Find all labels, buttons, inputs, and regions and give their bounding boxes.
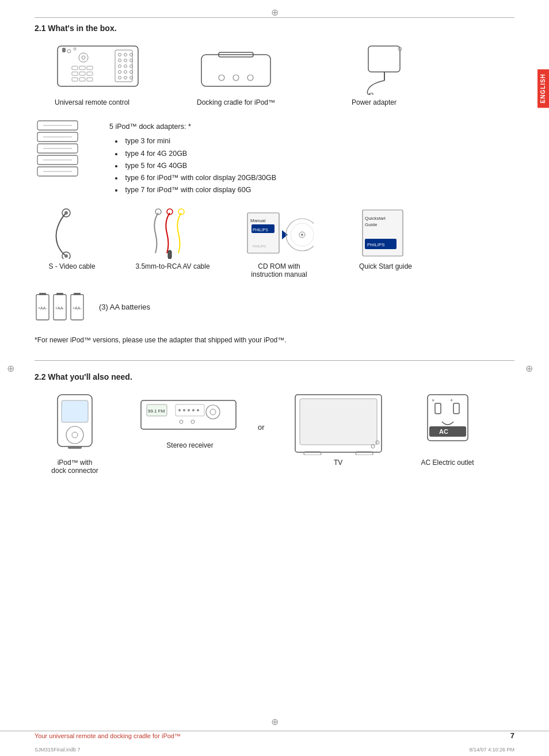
cdrom-icon: Manual PHILIPS PHILIPS <box>245 207 314 259</box>
adapter-item-4: type 7 for iPod™ with color display 60G <box>115 184 276 196</box>
svg-rect-27 <box>87 78 93 81</box>
svg-point-3 <box>124 54 127 56</box>
adapter-item-1: type 4 for 4G 20GB <box>115 148 276 160</box>
svg-point-93 <box>178 409 181 411</box>
reg-mark-left: ⊕ <box>7 363 14 374</box>
svg-point-5 <box>119 59 121 62</box>
electric-outlet-item: AC + + AC Electric outlet <box>407 392 488 467</box>
svg-point-18 <box>82 56 85 59</box>
svg-point-12 <box>124 71 127 74</box>
footer-tagline: Your universal remote and docking cradle… <box>35 732 181 739</box>
svg-rect-26 <box>79 78 85 81</box>
svg-rect-36 <box>368 46 400 72</box>
svg-point-95 <box>188 409 190 411</box>
svg-rect-21 <box>87 66 93 70</box>
svg-rect-107 <box>435 403 441 414</box>
batteries-label: (3) AA batteries <box>99 303 150 311</box>
reg-mark-right: ⊕ <box>525 363 533 374</box>
section-21-title: 2.1 What's in the box. <box>35 17 514 33</box>
svg-text:PHILIPS: PHILIPS <box>367 242 385 247</box>
svg-point-11 <box>119 71 121 74</box>
svg-rect-80 <box>74 293 81 295</box>
accessories-row: S - Video cable 3.5mm-to-RCA AV cable <box>35 207 514 278</box>
need-items-row: iPod™ with dock connector 99.1 FM <box>35 392 514 475</box>
batteries-row: +AA- +AA- +AA- (3) AA batteries <box>35 290 514 324</box>
ipod-item: iPod™ with dock connector <box>35 392 115 475</box>
svg-point-67 <box>301 234 303 236</box>
adapter-stack-icon <box>35 118 86 189</box>
svg-rect-77 <box>56 293 63 295</box>
svideo-label: S - Video cable <box>48 262 95 270</box>
section-21: 2.1 What's in the box. <box>35 17 514 344</box>
electric-outlet-icon: AC + + <box>419 392 476 455</box>
print-info-right: 8/14/07 4:10:26 PM <box>469 747 514 753</box>
footnote-21: *For newer iPod™ versions, please use th… <box>35 336 514 344</box>
svg-point-104 <box>371 445 375 448</box>
svg-rect-23 <box>79 72 85 75</box>
svg-point-34 <box>233 75 239 81</box>
section-22-title: 2.2 What you'll also need. <box>35 372 514 381</box>
docking-cradle-item: Docking cradle for iPod™ <box>178 43 293 106</box>
svg-point-6 <box>124 59 127 62</box>
quickstart-label: Quick Start guide <box>359 262 412 270</box>
main-items-row: Universal remote control Docking cradle … <box>35 43 514 106</box>
docking-cradle-icon <box>190 43 282 95</box>
remote-control-item: Universal remote control <box>35 43 150 106</box>
tv-icon <box>289 392 387 455</box>
rca-cable-icon <box>141 207 204 259</box>
dock-adapters-row: 5 iPod™ dock adapters: * type 3 for mini… <box>35 118 514 197</box>
reg-mark-top: ⊕ <box>271 7 279 18</box>
remote-control-label: Universal remote control <box>55 98 129 106</box>
power-adapter-item: Power adapter <box>322 43 426 106</box>
print-info-left: SJM315Final.indb 7 <box>35 747 81 753</box>
svg-point-17 <box>79 53 88 62</box>
svideo-cable-icon <box>46 207 98 259</box>
stereo-item: 99.1 FM Stereo receiver <box>132 392 247 449</box>
svg-text:+AA-: +AA- <box>73 306 82 310</box>
cdrom-label: CD ROM with instruction manual <box>251 262 307 278</box>
svg-rect-25 <box>72 78 78 81</box>
svg-point-35 <box>247 75 253 81</box>
svg-text:PHILIPS: PHILIPS <box>253 245 266 248</box>
tv-item: TV <box>281 392 396 467</box>
svg-text:Quickstart: Quickstart <box>365 216 386 221</box>
language-tab: ENGLISH <box>537 69 549 108</box>
adapter-item-0: type 3 for mini <box>115 135 276 147</box>
svg-point-98 <box>180 420 183 423</box>
reg-mark-bottom: ⊕ <box>271 716 279 727</box>
svg-rect-19 <box>72 66 78 70</box>
page: ⊕ ⊕ ⊕ ⊕ ENGLISH 2.1 What's in the box. <box>0 0 549 756</box>
adapter-item-2: type 5 for 4G 40GB <box>115 160 276 172</box>
docking-cradle-label: Docking cradle for iPod™ <box>197 98 275 106</box>
svg-rect-30 <box>62 48 66 52</box>
svg-point-9 <box>124 65 127 68</box>
power-adapter-label: Power adapter <box>352 98 396 106</box>
svg-rect-101 <box>300 399 377 445</box>
svg-point-14 <box>119 77 121 79</box>
svg-point-90 <box>206 405 220 419</box>
electric-outlet-label: AC Electric outlet <box>421 459 474 467</box>
svg-rect-0 <box>58 46 138 86</box>
svg-point-84 <box>66 426 83 444</box>
remote-control-icon <box>40 43 144 95</box>
svg-text:+AA-: +AA- <box>55 306 64 310</box>
svg-rect-24 <box>87 72 93 75</box>
svg-rect-20 <box>79 66 85 70</box>
cdrom-item: Manual PHILIPS PHILIPS CD ROM with instr… <box>233 207 325 278</box>
adapter-list: 5 iPod™ dock adapters: * type 3 for mini… <box>109 121 276 197</box>
svg-point-28 <box>67 49 71 53</box>
svg-point-99 <box>191 420 195 423</box>
page-number: 7 <box>510 731 514 740</box>
svg-point-33 <box>219 75 224 81</box>
tv-label: TV <box>334 459 342 467</box>
quickstart-item: Quickstart Guide PHILIPS Quick Start gui… <box>342 207 429 270</box>
page-footer: Your universal remote and docking cradle… <box>0 731 549 740</box>
svg-text:AC: AC <box>439 428 448 435</box>
svg-point-85 <box>72 432 78 438</box>
svg-rect-31 <box>201 55 270 86</box>
svg-rect-86 <box>68 446 82 449</box>
svg-text:+: + <box>432 398 434 403</box>
adapter-item-3: type 6 for iPod™ with color display 20GB… <box>115 172 276 184</box>
svg-text:99.1 FM: 99.1 FM <box>148 408 165 414</box>
svg-rect-74 <box>39 293 46 295</box>
